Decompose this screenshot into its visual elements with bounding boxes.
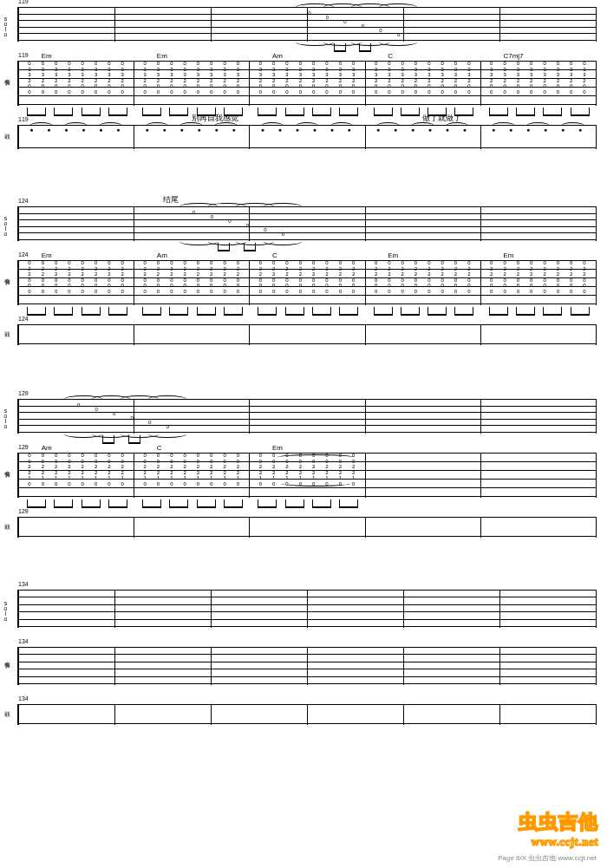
tab-column: 022000 bbox=[169, 260, 174, 294]
tab-column: 022000 bbox=[107, 260, 112, 294]
tab-column: 033200 bbox=[142, 61, 147, 95]
tab-column: 033200 bbox=[222, 61, 227, 95]
tab-column: 022000 bbox=[489, 260, 494, 294]
tab-column: 033200 bbox=[569, 61, 574, 95]
tab-column: 002210 bbox=[209, 453, 214, 486]
tab-column: 002210 bbox=[80, 453, 85, 486]
tab-column: 022000 bbox=[80, 260, 85, 294]
measure-number: 134 bbox=[18, 581, 29, 587]
tab-column: 033200 bbox=[387, 61, 392, 95]
tab-column: 022000 bbox=[400, 260, 405, 294]
measure-number: 134 bbox=[18, 695, 29, 702]
tab-column: 033200 bbox=[67, 61, 72, 95]
measure-number: 129 bbox=[18, 390, 29, 396]
tab-column: 022000 bbox=[387, 260, 392, 294]
measure-number: 119 bbox=[18, 52, 29, 58]
tab-column: 033200 bbox=[40, 61, 45, 95]
tab-column: 022000 bbox=[156, 260, 161, 294]
tab-column: 022000 bbox=[337, 260, 343, 294]
staff-label: solo bbox=[3, 600, 9, 621]
tab-column: 022000 bbox=[195, 260, 200, 294]
tab-column: 033200 bbox=[156, 61, 161, 95]
measure-number: 124 bbox=[18, 198, 29, 204]
tab-column: 022000 bbox=[311, 260, 317, 294]
tab-column: 033200 bbox=[582, 61, 587, 95]
tab-column: 002210 bbox=[222, 453, 227, 486]
tab-column: 022000 bbox=[414, 260, 419, 294]
chord-symbol: Am bbox=[42, 444, 52, 452]
tab-column: 033200 bbox=[311, 61, 317, 95]
tab-column: 022000 bbox=[120, 260, 125, 294]
staff-label: solo bbox=[3, 408, 9, 428]
watermark-cn: 虫虫吉他 bbox=[519, 809, 598, 835]
tab-column: 022000 bbox=[374, 260, 379, 294]
tab-column: 022000 bbox=[258, 260, 263, 294]
section-marker: 结尾 bbox=[163, 194, 179, 206]
tab-column: 022000 bbox=[427, 260, 432, 294]
tab-column: 033200 bbox=[374, 61, 379, 95]
chord-symbol: Em bbox=[157, 52, 167, 60]
tab-column: 022000 bbox=[582, 260, 587, 294]
chord-symbol: Em bbox=[272, 444, 283, 452]
tab-column: 022000 bbox=[235, 260, 240, 294]
tab-column: 033200 bbox=[120, 61, 125, 95]
tab-column: 033200 bbox=[414, 61, 419, 95]
note-cluster: 000000 bbox=[64, 399, 192, 434]
chord-symbol: C bbox=[388, 52, 393, 60]
tab-column: 033200 bbox=[94, 61, 99, 95]
measure-number: 124 bbox=[18, 316, 29, 322]
tab-column: 033200 bbox=[400, 61, 405, 95]
tab-column: 033200 bbox=[209, 61, 214, 95]
tab-column: 022000 bbox=[542, 260, 547, 294]
measure-number: 119 bbox=[18, 0, 29, 4]
tab-column: 022000 bbox=[182, 260, 187, 294]
tab-column: 033200 bbox=[515, 61, 520, 95]
measure-number: 119 bbox=[18, 116, 29, 122]
tab-column: 002210 bbox=[107, 453, 112, 486]
tab-column: 033200 bbox=[502, 61, 507, 95]
tab-column: 033200 bbox=[80, 61, 85, 95]
staff: solo119000000 bbox=[17, 7, 597, 42]
tab-column: 033200 bbox=[542, 61, 547, 95]
tab-column: 022000 bbox=[467, 260, 472, 294]
measure-number: 129 bbox=[18, 508, 29, 514]
tab-column: 022000 bbox=[555, 260, 560, 294]
staff: 鼓134 bbox=[17, 704, 597, 725]
tab-column: 002210 bbox=[235, 453, 240, 486]
tab-column: 002210 bbox=[94, 453, 99, 486]
staff: 鼓124 bbox=[17, 324, 597, 345]
tab-column: 022000 bbox=[27, 260, 32, 294]
tab-column: 033200 bbox=[453, 61, 458, 95]
tab-column: 033200 bbox=[169, 61, 174, 95]
staff: 节奏129AmCEm002210002210002210002210002210… bbox=[17, 453, 597, 498]
tab-column: 002210 bbox=[142, 453, 147, 486]
system: solo129000000节奏129AmCEm00221000221000221… bbox=[17, 399, 597, 557]
tab-column: 022000 bbox=[569, 260, 574, 294]
tab-column: 022000 bbox=[40, 260, 45, 294]
tab-column: 022000 bbox=[94, 260, 99, 294]
tab-column: 002210 bbox=[258, 453, 263, 486]
tab-column: 022000 bbox=[351, 260, 356, 294]
measure-number: 124 bbox=[18, 251, 29, 258]
staff: 鼓129 bbox=[17, 517, 597, 538]
tab-column: 002210 bbox=[54, 453, 59, 486]
note-cluster: 000000 bbox=[179, 206, 307, 241]
tab-column: 002210 bbox=[169, 453, 174, 486]
chord-symbol: Em bbox=[388, 251, 398, 259]
staff: solo129000000 bbox=[17, 399, 597, 434]
system: solo134节奏134鼓134 bbox=[17, 590, 597, 744]
tab-column: 022000 bbox=[142, 260, 147, 294]
tab-column: 022000 bbox=[67, 260, 72, 294]
tab-column: 033200 bbox=[27, 61, 32, 95]
chord-symbol: Am bbox=[157, 251, 167, 259]
staff-label: solo bbox=[3, 16, 9, 36]
tab-column: 033200 bbox=[337, 61, 343, 95]
chord-symbol: C bbox=[272, 251, 277, 259]
staff: solo124结尾000000 bbox=[17, 206, 597, 241]
tab-column: 033200 bbox=[467, 61, 472, 95]
tab-column: 022000 bbox=[515, 260, 520, 294]
tab-column: 033200 bbox=[555, 61, 560, 95]
tab-column: 022000 bbox=[440, 260, 445, 294]
watermark: 虫虫吉他 www.ccjt.net bbox=[519, 809, 598, 849]
chord-symbol: Em bbox=[503, 251, 513, 259]
